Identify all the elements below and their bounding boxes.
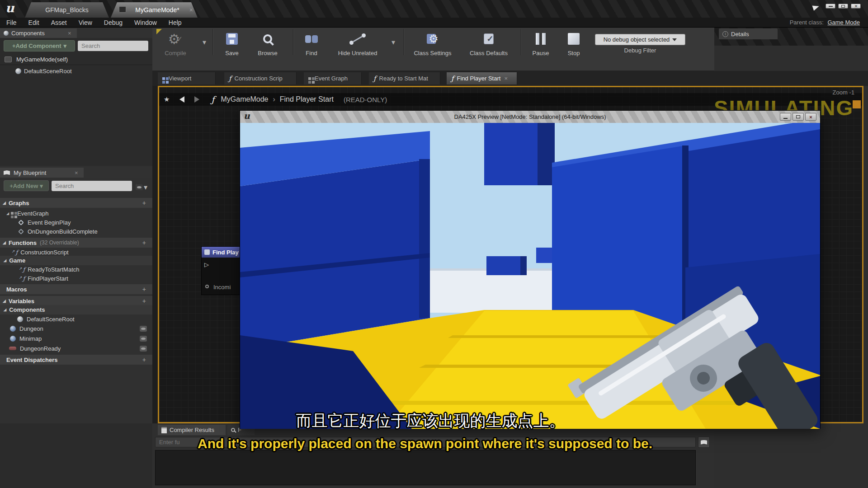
tree-item-constructionscript[interactable]: ConstructionScript — [0, 248, 152, 257]
breadcrumb-current[interactable]: Find Player Start — [280, 95, 334, 103]
expand-icon[interactable] — [4, 308, 6, 312]
window-close-button[interactable] — [851, 4, 861, 9]
tree-item-eventgraph[interactable]: EventGraph — [0, 209, 152, 218]
preview-title-bar[interactable]: u DA425X Preview [NetMode: Standalone] (… — [240, 111, 820, 123]
chevron-down-icon — [144, 183, 147, 192]
favorite-star-icon[interactable] — [164, 95, 170, 103]
category-components[interactable]: Components — [0, 305, 152, 314]
section-graphs[interactable]: Graphs + — [0, 198, 152, 208]
add-function-icon[interactable]: + — [142, 239, 146, 246]
game-viewport[interactable] — [240, 123, 820, 429]
hide-unrelated-button[interactable]: Hide Unrelated — [328, 30, 387, 56]
preview-maximize-button[interactable] — [793, 113, 804, 121]
tab-find-player-start[interactable]: Find Player Start — [447, 72, 517, 84]
compiler-results-output[interactable] — [155, 450, 696, 485]
menu-file[interactable]: File — [6, 19, 17, 26]
tree-item-defaultsceneroot[interactable]: DefaultSceneRoot — [0, 314, 152, 324]
add-variable-icon[interactable]: + — [142, 297, 146, 305]
compile-button[interactable]: ✓ Compile — [155, 30, 196, 56]
component-tree-row-scene-root[interactable]: DefaultSceneRoot — [0, 66, 152, 76]
menu-asset[interactable]: Asset — [51, 19, 67, 26]
menu-help[interactable]: Help — [169, 19, 182, 26]
tree-item-ondungeonbuildcomplete[interactable]: OnDungeonBuildComplete — [0, 227, 152, 236]
tab-event-graph[interactable]: Event Graph — [304, 72, 362, 84]
my-blueprint-search-input[interactable] — [54, 182, 136, 190]
close-panel-icon[interactable] — [68, 30, 71, 37]
class-defaults-button[interactable]: ✓ Class Defaults — [462, 30, 515, 56]
stop-button[interactable]: Stop — [559, 30, 589, 56]
visibility-eye-icon[interactable] — [140, 336, 147, 342]
tab-construction-script[interactable]: Construction Scrip — [224, 72, 297, 84]
input-pin-icon[interactable] — [205, 285, 209, 288]
blueprint-visibility-filter[interactable] — [136, 183, 147, 192]
visibility-eye-icon[interactable] — [140, 346, 147, 352]
section-event-dispatchers[interactable]: Event Dispatchers + — [0, 355, 152, 365]
nav-back-icon[interactable] — [179, 96, 184, 103]
binoculars-icon — [296, 30, 327, 48]
compile-options-caret[interactable] — [203, 38, 206, 47]
exec-pin-icon[interactable]: ▷ — [204, 261, 209, 268]
save-button[interactable]: Save — [215, 30, 249, 56]
section-label: Variables — [9, 298, 34, 305]
menu-debug[interactable]: Debug — [104, 19, 123, 26]
component-tree-row-self[interactable]: MyGameMode(self) — [0, 54, 152, 65]
close-panel-icon[interactable] — [75, 169, 78, 176]
open-log-button[interactable] — [698, 436, 710, 448]
class-settings-button[interactable]: Class Settings — [406, 30, 459, 56]
menu-edit[interactable]: Edit — [28, 19, 39, 26]
expand-icon[interactable] — [3, 299, 6, 303]
section-variables[interactable]: Variables + — [0, 296, 152, 306]
expand-icon[interactable] — [6, 211, 9, 216]
compiler-results-tab[interactable]: Compiler Results — [158, 425, 226, 435]
tree-item-readytostartmatch[interactable]: ReadyToStartMatch — [0, 265, 152, 274]
components-tab[interactable]: Components — [0, 28, 77, 38]
add-dispatcher-icon[interactable]: + — [142, 356, 146, 363]
window-minimize-button[interactable] — [826, 4, 835, 9]
pause-button[interactable]: Pause — [524, 30, 558, 56]
nav-forward-icon[interactable] — [194, 96, 199, 103]
tab-viewport[interactable]: Viewport — [158, 72, 216, 84]
add-new-button[interactable]: +Add New — [4, 180, 49, 191]
parent-class-value[interactable]: Game Mode — [827, 19, 860, 26]
menu-window[interactable]: Window — [134, 19, 157, 26]
close-tab-icon[interactable] — [504, 75, 508, 82]
add-macro-icon[interactable]: + — [142, 286, 146, 293]
tree-item-event-beginplay[interactable]: Event BeginPlay — [0, 218, 152, 227]
preview-minimize-button[interactable] — [780, 113, 791, 121]
section-functions[interactable]: Functions (32 Overridable) + — [0, 238, 152, 248]
expand-icon[interactable] — [4, 258, 6, 263]
find-button[interactable]: Find — [296, 30, 327, 56]
tree-item-dungeonready[interactable]: DungeonReady — [0, 344, 152, 353]
stop-label: Stop — [568, 50, 580, 56]
my-blueprint-search-box[interactable] — [52, 181, 132, 191]
section-macros[interactable]: Macros + — [0, 284, 152, 294]
tree-item-findplayerstart[interactable]: FindPlayerStart — [0, 274, 152, 283]
expand-icon[interactable] — [3, 201, 6, 205]
close-tab-icon[interactable] — [189, 6, 193, 14]
browse-button[interactable]: Browse — [250, 30, 286, 56]
add-graph-icon[interactable]: + — [142, 199, 146, 206]
breadcrumb-root[interactable]: MyGameMode — [221, 95, 269, 103]
doc-tab-gfmap-blocks[interactable]: GFMap_Blocks — [25, 2, 109, 18]
my-blueprint-tab[interactable]: My Blueprint — [0, 168, 84, 178]
section-label: Macros — [6, 286, 27, 293]
components-search-box[interactable] — [78, 41, 148, 51]
tree-item-dungeon[interactable]: Dungeon — [0, 324, 152, 333]
pause-icon — [524, 30, 558, 48]
scene-component-icon — [17, 316, 23, 322]
expand-icon[interactable] — [3, 240, 6, 245]
hide-unrelated-caret[interactable] — [392, 38, 395, 47]
window-maximize-button[interactable] — [838, 4, 848, 9]
tab-ready-to-start-match[interactable]: Ready to Start Mat — [369, 72, 440, 84]
event-node-icon — [18, 220, 24, 225]
debug-object-dropdown[interactable]: No debug object selected — [595, 34, 685, 45]
components-search-input[interactable] — [80, 42, 162, 50]
preview-close-button[interactable] — [805, 113, 816, 121]
visibility-eye-icon[interactable] — [140, 326, 147, 332]
details-tab[interactable]: i Details — [719, 28, 778, 39]
tree-item-minimap[interactable]: Minimap — [0, 334, 152, 343]
category-game[interactable]: Game — [0, 256, 152, 265]
doc-tab-mygamemode[interactable]: MyGameMode* — [111, 2, 198, 18]
menu-view[interactable]: View — [79, 19, 92, 26]
add-component-button[interactable]: +Add Component — [4, 40, 75, 52]
